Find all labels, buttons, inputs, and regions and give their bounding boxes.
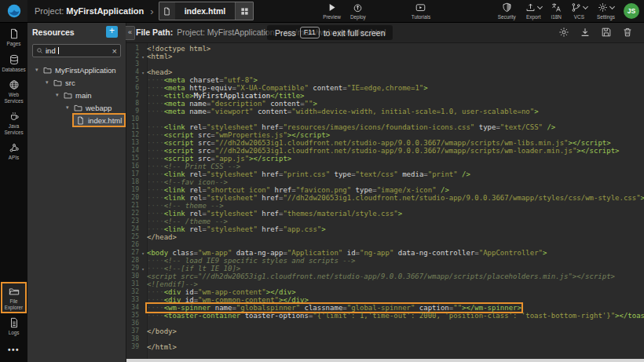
code-line-content: ····<link rel="stylesheet" href="app.css… bbox=[147, 225, 326, 233]
tree-expand-icon[interactable]: ▾ bbox=[56, 92, 64, 98]
rail-item-pages[interactable]: Pages bbox=[1, 24, 27, 50]
rail-item-web-services[interactable]: Web Services bbox=[1, 75, 27, 107]
fold-gutter bbox=[139, 45, 147, 53]
code-line[interactable]: 31<![endif]--> bbox=[126, 280, 644, 288]
code-editor[interactable]: 1<!doctype html>2▾<html>34▾<head>5····<m… bbox=[126, 43, 644, 359]
gear-icon[interactable] bbox=[558, 27, 569, 38]
code-line[interactable]: 21····<!-- theme --> bbox=[126, 202, 644, 210]
code-line[interactable]: 1<!doctype html> bbox=[126, 45, 644, 53]
code-line[interactable]: 11····<link rel="stylesheet" href="resou… bbox=[126, 123, 644, 131]
code-line[interactable]: 6····<meta http-equiv="X-UA-Compatible" … bbox=[126, 84, 644, 92]
code-line[interactable]: 18····<!--fav icon--> bbox=[126, 178, 644, 186]
code-line[interactable]: 9····<meta name="viewport" content="widt… bbox=[126, 108, 644, 115]
export-button[interactable]: Export bbox=[521, 0, 547, 22]
code-line[interactable]: 15····<script src="app.js"></script> bbox=[126, 155, 644, 163]
add-resource-button[interactable]: + bbox=[106, 26, 118, 38]
fold-gutter bbox=[139, 92, 147, 100]
code-line[interactable]: 33····<div id="wm-common-content"></div> bbox=[126, 296, 644, 304]
settings-button[interactable]: Settings bbox=[592, 0, 620, 22]
tree-item-label: MyFirstApplication bbox=[55, 66, 116, 75]
code-line[interactable]: 25</head> bbox=[126, 233, 644, 241]
code-line[interactable]: 35····<toaster-container toaster-options… bbox=[126, 312, 644, 320]
code-line[interactable]: 36 bbox=[126, 320, 644, 327]
tree-item-main[interactable]: ▾main bbox=[56, 89, 126, 101]
tree-item-webapp[interactable]: ▾webapp bbox=[66, 101, 126, 114]
code-line-content: ····<link rel="shortcut icon" href="favi… bbox=[147, 186, 449, 194]
fold-gutter bbox=[139, 170, 147, 178]
code-line[interactable]: 29▾····<!--[if lt IE 10]> bbox=[126, 265, 644, 272]
fold-gutter bbox=[139, 108, 147, 115]
code-line[interactable]: 14····<script src="//dh2dw20653ig1.cloud… bbox=[126, 147, 644, 155]
code-line[interactable]: 7····<title>MyFirstApplication</title> bbox=[126, 92, 644, 100]
fold-toggle-icon[interactable]: ▾ bbox=[139, 265, 147, 272]
code-line[interactable]: 10 bbox=[126, 115, 644, 123]
code-line[interactable]: 28····<!-- load IE9 specific styles and … bbox=[126, 257, 644, 265]
code-line[interactable]: 38 bbox=[126, 335, 644, 343]
code-line-content: ····<meta name="description" content=""> bbox=[147, 100, 317, 108]
save-icon[interactable] bbox=[601, 27, 612, 38]
code-line[interactable]: 26 bbox=[126, 241, 644, 249]
app-logo[interactable] bbox=[0, 0, 27, 22]
fold-toggle-icon[interactable]: ▾ bbox=[139, 249, 147, 257]
rail-item-apis[interactable]: APIs bbox=[1, 138, 27, 164]
tutorials-button[interactable]: Tutorials bbox=[407, 0, 435, 22]
code-line[interactable]: 12····<script src="wmProperties.js"></sc… bbox=[126, 131, 644, 139]
vcs-button[interactable]: VCS bbox=[566, 0, 592, 22]
tree-expand-icon[interactable]: ▾ bbox=[66, 104, 74, 111]
fold-gutter bbox=[139, 60, 147, 68]
code-line[interactable]: 22····<link rel="stylesheet" href="theme… bbox=[126, 210, 644, 218]
rail-item-java-services[interactable]: Java Services bbox=[1, 107, 27, 138]
preview-button[interactable]: Preview bbox=[318, 0, 346, 22]
rail-item-file-explorer[interactable]: File Explorer bbox=[1, 282, 27, 313]
code-line[interactable]: 2▾<html> bbox=[126, 53, 644, 60]
tree-expand-icon[interactable]: ▾ bbox=[46, 79, 53, 86]
code-line[interactable]: 20····<link rel="stylesheet" href="//dh2… bbox=[126, 194, 644, 202]
project-breadcrumb[interactable]: Project:MyFirstApplication bbox=[35, 6, 144, 16]
download-icon[interactable] bbox=[580, 27, 591, 38]
fold-toggle-icon[interactable]: ▾ bbox=[139, 68, 147, 76]
code-line[interactable]: 23····<!-- /theme --> bbox=[126, 218, 644, 225]
tab-index-html[interactable]: index.html bbox=[159, 2, 254, 20]
clear-search-icon[interactable]: × bbox=[112, 47, 117, 55]
code-line[interactable]: 4▾<head> bbox=[126, 68, 644, 76]
rail-item-databases[interactable]: Databases bbox=[1, 50, 27, 76]
rail-item-label: APIs bbox=[2, 155, 27, 161]
fold-gutter bbox=[139, 335, 147, 343]
trash-icon[interactable] bbox=[622, 27, 633, 38]
fold-gutter bbox=[139, 163, 147, 170]
line-number: 9 bbox=[126, 108, 139, 115]
tree-expand-icon[interactable]: ▾ bbox=[35, 67, 43, 73]
resource-search-input[interactable]: ind × bbox=[32, 44, 121, 57]
tree-item-src[interactable]: ▾src bbox=[46, 76, 126, 89]
code-line[interactable]: 17····<link rel="stylesheet" href="print… bbox=[126, 170, 644, 178]
code-line[interactable]: 5····<meta charset="utf-8"> bbox=[126, 76, 644, 84]
tree-item-index-html[interactable]: index.html bbox=[72, 114, 124, 126]
code-line[interactable]: 24····<link rel="stylesheet" href="app.c… bbox=[126, 225, 644, 233]
code-line[interactable]: 32····<div id="wm-app-content"></div> bbox=[126, 288, 644, 296]
code-line[interactable]: 30<script src="//dh2dw20653ig1.cloudfron… bbox=[126, 272, 644, 280]
user-avatar[interactable]: JS bbox=[624, 3, 639, 19]
code-line-content: ····<div id="wm-app-content"></div> bbox=[147, 288, 296, 296]
code-line[interactable]: 37</body> bbox=[126, 327, 644, 335]
horizontal-scrollbar[interactable] bbox=[126, 359, 644, 362]
deploy-button[interactable]: Deploy bbox=[346, 0, 371, 22]
code-line[interactable]: 8····<meta name="description" content=""… bbox=[126, 100, 644, 108]
security-button[interactable]: Security bbox=[493, 0, 521, 22]
tab-grid-toggle[interactable] bbox=[235, 2, 253, 20]
topbar-right-actions-inner: SecurityExporti18NVCSSettings bbox=[493, 0, 620, 22]
code-line[interactable]: 34····<wm-spinner name="globalspinner" c… bbox=[126, 304, 644, 312]
code-line[interactable]: 19····<link rel="shortcut icon" href="fa… bbox=[126, 186, 644, 194]
line-number: 35 bbox=[126, 312, 139, 320]
collapse-panel-button[interactable]: « bbox=[126, 26, 135, 40]
i18n-button[interactable]: i18N bbox=[547, 0, 566, 22]
more-options-icon[interactable]: ••• bbox=[8, 346, 20, 354]
code-line[interactable]: 3 bbox=[126, 60, 644, 68]
code-line[interactable]: 27▾<body class="wm-app" data-ng-app="App… bbox=[126, 249, 644, 257]
fold-toggle-icon[interactable]: ▾ bbox=[139, 53, 147, 60]
code-line[interactable]: 39</html> bbox=[126, 343, 644, 351]
code-line[interactable]: 16····<!-- Print CSS --> bbox=[126, 163, 644, 170]
rail-item-logs[interactable]: Logs bbox=[1, 313, 27, 339]
search-icon bbox=[36, 47, 43, 54]
tree-item-myfirstapplication[interactable]: ▾MyFirstApplication bbox=[35, 64, 126, 76]
code-line[interactable]: 13····<script src="//dh2dw20653ig1.cloud… bbox=[126, 139, 644, 147]
